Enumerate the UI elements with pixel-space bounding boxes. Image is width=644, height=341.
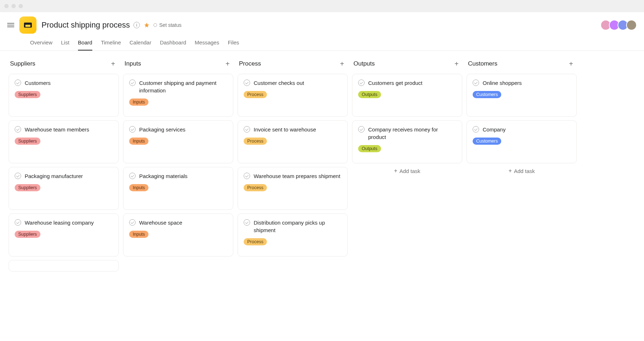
complete-task-icon[interactable] [15,219,21,226]
column-title: Customers [468,60,497,67]
task-tag[interactable]: Customers [473,138,501,145]
window-minimize-icon[interactable] [11,4,16,8]
avatar[interactable] [626,20,637,30]
column-title: Inputs [125,60,141,67]
tab-messages[interactable]: Messages [195,37,219,51]
column-suppliers: Suppliers+CustomersSuppliersWarehouse te… [9,59,119,272]
task-title: Packaging manufacturer [25,172,83,180]
complete-task-icon[interactable] [244,80,250,86]
column-header: Customers+ [467,59,577,74]
plus-icon: + [394,168,397,174]
star-icon[interactable] [143,22,150,28]
column-title: Suppliers [10,60,35,67]
task-title: Warehouse space [139,219,182,226]
column-header: Outputs+ [352,59,462,74]
task-card[interactable]: Packaging manufacturerSuppliers [9,167,119,210]
complete-task-icon[interactable] [15,80,21,86]
complete-task-icon[interactable] [129,80,136,86]
member-avatars[interactable] [602,20,637,30]
task-tag[interactable]: Suppliers [15,138,40,145]
add-task-button[interactable]: +Add task [467,163,577,178]
card-list: Customer checks outProcessInvoice sent t… [238,74,348,256]
complete-task-icon[interactable] [244,173,250,179]
complete-task-icon[interactable] [473,126,479,133]
complete-task-icon[interactable] [244,126,250,133]
task-tag[interactable]: Suppliers [15,184,40,191]
task-tag[interactable]: Customers [473,91,501,98]
task-title: Invoice sent to warehouse [254,126,316,133]
board: Suppliers+CustomersSuppliersWarehouse te… [9,59,644,272]
task-card[interactable]: Warehouse team membersSuppliers [9,120,119,163]
task-title: Warehouse team prepares shipment [254,172,340,180]
task-tag[interactable]: Inputs [129,138,148,145]
add-card-icon[interactable]: + [452,59,461,68]
complete-task-icon[interactable] [358,80,365,86]
board-scroll[interactable]: Suppliers+CustomersSuppliersWarehouse te… [0,51,644,341]
window-maximize-icon[interactable] [19,4,23,8]
complete-task-icon[interactable] [129,219,136,226]
complete-task-icon[interactable] [358,126,365,133]
tab-timeline[interactable]: Timeline [101,37,121,51]
task-tag[interactable]: Inputs [129,184,148,191]
task-card[interactable]: Warehouse spaceInputs [123,213,233,256]
add-card-icon[interactable]: + [567,59,575,68]
task-card[interactable]: Invoice sent to warehouseProcess [238,120,348,163]
column-header: Process+ [238,59,348,74]
tab-files[interactable]: Files [228,37,239,51]
task-card[interactable]: CompanyCustomers [467,120,577,163]
complete-task-icon[interactable] [129,126,136,133]
add-card-icon[interactable]: + [338,59,346,68]
task-title: Packaging services [139,126,185,133]
tab-dashboard[interactable]: Dashboard [160,37,186,51]
task-card[interactable] [9,260,119,272]
task-tag[interactable]: Inputs [129,231,148,238]
tab-calendar[interactable]: Calendar [130,37,151,51]
add-task-button[interactable]: +Add task [352,163,462,178]
complete-task-icon[interactable] [473,80,479,86]
column-customers: Customers+Online shoppersCustomersCompan… [467,59,577,272]
set-status-button[interactable]: Set status [153,22,181,28]
task-title: Warehouse team members [25,126,89,133]
task-tag[interactable]: Inputs [129,99,148,106]
window-close-icon[interactable] [4,4,9,8]
column-title: Process [239,60,261,67]
complete-task-icon[interactable] [129,173,136,179]
complete-task-icon[interactable] [244,219,250,226]
task-card[interactable]: Packaging materialsInputs [123,167,233,210]
task-card[interactable]: CustomersSuppliers [9,74,119,117]
task-tag[interactable]: Outputs [358,145,381,152]
task-card[interactable]: Warehouse team prepares shipmentProcess [238,167,348,210]
window-chrome [0,0,644,12]
plus-icon: + [508,168,512,174]
task-tag[interactable]: Process [244,91,267,98]
info-icon[interactable]: i [133,22,140,28]
column-header: Suppliers+ [9,59,119,74]
column-outputs: Outputs+Customers get productOutputsComp… [352,59,462,272]
task-tag[interactable]: Outputs [358,91,381,98]
tab-overview[interactable]: Overview [30,37,53,51]
add-card-icon[interactable]: + [109,59,117,68]
task-card[interactable]: Customer checks outProcess [238,74,348,117]
complete-task-icon[interactable] [15,126,21,133]
task-tag[interactable]: Suppliers [15,91,40,98]
task-card[interactable]: Customers get productOutputs [352,74,462,117]
tab-board[interactable]: Board [78,37,92,51]
column-header: Inputs+ [123,59,233,74]
task-card[interactable]: Company receives money for productOutput… [352,120,462,163]
task-title: Warehouse leasing company [25,219,94,226]
task-card[interactable]: Online shoppersCustomers [467,74,577,117]
task-tag[interactable]: Suppliers [15,231,40,238]
complete-task-icon[interactable] [15,173,21,179]
task-card[interactable]: Distribution company picks up shipmentPr… [238,213,348,256]
add-card-icon[interactable]: + [223,59,232,68]
status-dot-icon [153,23,157,27]
task-title: Packaging materials [139,172,187,180]
menu-icon[interactable] [7,21,14,29]
task-card[interactable]: Packaging servicesInputs [123,120,233,163]
task-tag[interactable]: Process [244,184,267,191]
task-tag[interactable]: Process [244,138,267,145]
tab-list[interactable]: List [61,37,69,51]
task-tag[interactable]: Process [244,238,267,245]
task-card[interactable]: Warehouse leasing companySuppliers [9,213,119,256]
task-card[interactable]: Customer shipping and payment informatio… [123,74,233,117]
